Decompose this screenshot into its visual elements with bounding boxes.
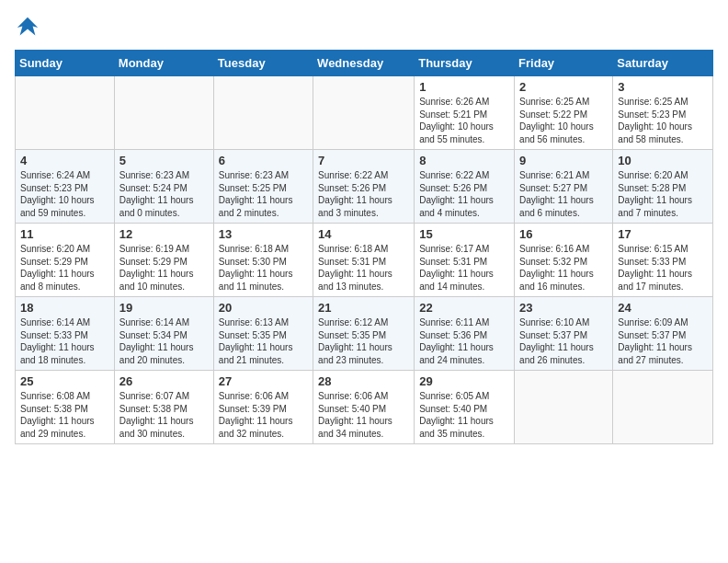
calendar-day-2: 2Sunrise: 6:25 AM Sunset: 5:22 PM Daylig… — [515, 76, 613, 150]
day-info: Sunrise: 6:18 AM Sunset: 5:30 PM Dayligh… — [219, 243, 308, 293]
calendar-week-2: 4Sunrise: 6:24 AM Sunset: 5:23 PM Daylig… — [16, 150, 713, 224]
calendar-day-23: 23Sunrise: 6:10 AM Sunset: 5:37 PM Dayli… — [515, 297, 613, 371]
day-number: 28 — [318, 374, 409, 388]
day-number: 24 — [618, 301, 708, 315]
day-info: Sunrise: 6:07 AM Sunset: 5:38 PM Dayligh… — [119, 390, 209, 440]
day-number: 26 — [119, 374, 209, 388]
weekday-header-wednesday: Wednesday — [313, 51, 415, 76]
calendar-day-16: 16Sunrise: 6:16 AM Sunset: 5:32 PM Dayli… — [515, 224, 613, 297]
day-number: 7 — [318, 154, 409, 167]
day-info: Sunrise: 6:25 AM Sunset: 5:23 PM Dayligh… — [618, 96, 708, 145]
day-info: Sunrise: 6:21 AM Sunset: 5:27 PM Dayligh… — [519, 169, 608, 219]
day-info: Sunrise: 6:05 AM Sunset: 5:40 PM Dayligh… — [419, 390, 509, 440]
day-info: Sunrise: 6:08 AM Sunset: 5:38 PM Dayligh… — [20, 390, 109, 440]
calendar-day-20: 20Sunrise: 6:13 AM Sunset: 5:35 PM Dayli… — [213, 297, 313, 371]
day-number: 14 — [318, 227, 409, 241]
calendar-day-empty — [613, 371, 713, 444]
day-number: 16 — [519, 227, 608, 241]
calendar-day-29: 29Sunrise: 6:05 AM Sunset: 5:40 PM Dayli… — [415, 371, 515, 444]
calendar-day-14: 14Sunrise: 6:18 AM Sunset: 5:31 PM Dayli… — [313, 224, 415, 297]
svg-marker-0 — [17, 17, 38, 36]
day-info: Sunrise: 6:26 AM Sunset: 5:21 PM Dayligh… — [419, 96, 509, 145]
day-info: Sunrise: 6:19 AM Sunset: 5:29 PM Dayligh… — [119, 243, 209, 293]
day-info: Sunrise: 6:20 AM Sunset: 5:29 PM Dayligh… — [20, 243, 109, 293]
day-number: 3 — [618, 80, 708, 94]
day-info: Sunrise: 6:23 AM Sunset: 5:25 PM Dayligh… — [219, 169, 308, 219]
calendar-day-1: 1Sunrise: 6:26 AM Sunset: 5:21 PM Daylig… — [415, 76, 515, 150]
calendar-day-19: 19Sunrise: 6:14 AM Sunset: 5:34 PM Dayli… — [114, 297, 213, 371]
day-number: 2 — [519, 80, 608, 94]
day-number: 18 — [20, 301, 109, 315]
day-info: Sunrise: 6:22 AM Sunset: 5:26 PM Dayligh… — [318, 169, 409, 219]
logo-icon — [15, 15, 40, 40]
day-info: Sunrise: 6:24 AM Sunset: 5:23 PM Dayligh… — [20, 169, 109, 219]
day-info: Sunrise: 6:22 AM Sunset: 5:26 PM Dayligh… — [419, 169, 509, 219]
day-number: 29 — [419, 374, 509, 388]
calendar-header: SundayMondayTuesdayWednesdayThursdayFrid… — [16, 51, 713, 76]
day-number: 20 — [219, 301, 308, 315]
calendar-day-17: 17Sunrise: 6:15 AM Sunset: 5:33 PM Dayli… — [613, 224, 713, 297]
calendar-day-7: 7Sunrise: 6:22 AM Sunset: 5:26 PM Daylig… — [313, 150, 415, 224]
calendar-day-10: 10Sunrise: 6:20 AM Sunset: 5:28 PM Dayli… — [613, 150, 713, 224]
day-info: Sunrise: 6:12 AM Sunset: 5:35 PM Dayligh… — [318, 316, 409, 366]
calendar-day-12: 12Sunrise: 6:19 AM Sunset: 5:29 PM Dayli… — [114, 224, 213, 297]
day-info: Sunrise: 6:20 AM Sunset: 5:28 PM Dayligh… — [618, 169, 708, 219]
day-number: 10 — [618, 154, 708, 167]
day-info: Sunrise: 6:17 AM Sunset: 5:31 PM Dayligh… — [419, 243, 509, 293]
day-number: 13 — [219, 227, 308, 241]
weekday-header-tuesday: Tuesday — [213, 51, 313, 76]
day-number: 9 — [519, 154, 608, 167]
day-number: 17 — [618, 227, 708, 241]
day-number: 21 — [318, 301, 409, 315]
day-number: 23 — [519, 301, 608, 315]
day-info: Sunrise: 6:25 AM Sunset: 5:22 PM Dayligh… — [519, 96, 608, 145]
calendar-day-empty — [515, 371, 613, 444]
calendar-day-28: 28Sunrise: 6:06 AM Sunset: 5:40 PM Dayli… — [313, 371, 415, 444]
calendar-day-25: 25Sunrise: 6:08 AM Sunset: 5:38 PM Dayli… — [16, 371, 115, 444]
weekday-header-saturday: Saturday — [613, 51, 713, 76]
day-info: Sunrise: 6:23 AM Sunset: 5:24 PM Dayligh… — [119, 169, 209, 219]
weekday-header-friday: Friday — [515, 51, 613, 76]
calendar-day-empty — [16, 76, 115, 150]
calendar-table: SundayMondayTuesdayWednesdayThursdayFrid… — [15, 50, 713, 444]
calendar-day-9: 9Sunrise: 6:21 AM Sunset: 5:27 PM Daylig… — [515, 150, 613, 224]
day-info: Sunrise: 6:11 AM Sunset: 5:36 PM Dayligh… — [419, 316, 509, 366]
day-number: 19 — [119, 301, 209, 315]
day-number: 5 — [119, 154, 209, 167]
calendar-day-22: 22Sunrise: 6:11 AM Sunset: 5:36 PM Dayli… — [415, 297, 515, 371]
day-info: Sunrise: 6:14 AM Sunset: 5:34 PM Dayligh… — [119, 316, 209, 366]
calendar-day-11: 11Sunrise: 6:20 AM Sunset: 5:29 PM Dayli… — [16, 224, 115, 297]
day-info: Sunrise: 6:09 AM Sunset: 5:37 PM Dayligh… — [618, 316, 708, 366]
weekday-header-thursday: Thursday — [415, 51, 515, 76]
day-number: 22 — [419, 301, 509, 315]
day-number: 12 — [119, 227, 209, 241]
day-info: Sunrise: 6:06 AM Sunset: 5:40 PM Dayligh… — [318, 390, 409, 440]
calendar-day-4: 4Sunrise: 6:24 AM Sunset: 5:23 PM Daylig… — [16, 150, 115, 224]
calendar-week-1: 1Sunrise: 6:26 AM Sunset: 5:21 PM Daylig… — [16, 76, 713, 150]
calendar-day-8: 8Sunrise: 6:22 AM Sunset: 5:26 PM Daylig… — [415, 150, 515, 224]
page-header — [15, 15, 713, 40]
day-number: 25 — [20, 374, 109, 388]
calendar-day-18: 18Sunrise: 6:14 AM Sunset: 5:33 PM Dayli… — [16, 297, 115, 371]
calendar-day-6: 6Sunrise: 6:23 AM Sunset: 5:25 PM Daylig… — [213, 150, 313, 224]
calendar-day-24: 24Sunrise: 6:09 AM Sunset: 5:37 PM Dayli… — [613, 297, 713, 371]
header-row: SundayMondayTuesdayWednesdayThursdayFrid… — [16, 51, 713, 76]
day-number: 11 — [20, 227, 109, 241]
weekday-header-sunday: Sunday — [16, 51, 115, 76]
calendar-day-empty — [313, 76, 415, 150]
calendar-week-4: 18Sunrise: 6:14 AM Sunset: 5:33 PM Dayli… — [16, 297, 713, 371]
day-number: 15 — [419, 227, 509, 241]
calendar-week-3: 11Sunrise: 6:20 AM Sunset: 5:29 PM Dayli… — [16, 224, 713, 297]
calendar-day-empty — [213, 76, 313, 150]
weekday-header-monday: Monday — [114, 51, 213, 76]
calendar-day-3: 3Sunrise: 6:25 AM Sunset: 5:23 PM Daylig… — [613, 76, 713, 150]
logo — [15, 15, 44, 40]
calendar-day-13: 13Sunrise: 6:18 AM Sunset: 5:30 PM Dayli… — [213, 224, 313, 297]
day-number: 6 — [219, 154, 308, 167]
day-info: Sunrise: 6:10 AM Sunset: 5:37 PM Dayligh… — [519, 316, 608, 366]
day-info: Sunrise: 6:16 AM Sunset: 5:32 PM Dayligh… — [519, 243, 608, 293]
day-info: Sunrise: 6:14 AM Sunset: 5:33 PM Dayligh… — [20, 316, 109, 366]
calendar-day-27: 27Sunrise: 6:06 AM Sunset: 5:39 PM Dayli… — [213, 371, 313, 444]
day-info: Sunrise: 6:06 AM Sunset: 5:39 PM Dayligh… — [219, 390, 308, 440]
day-number: 8 — [419, 154, 509, 167]
